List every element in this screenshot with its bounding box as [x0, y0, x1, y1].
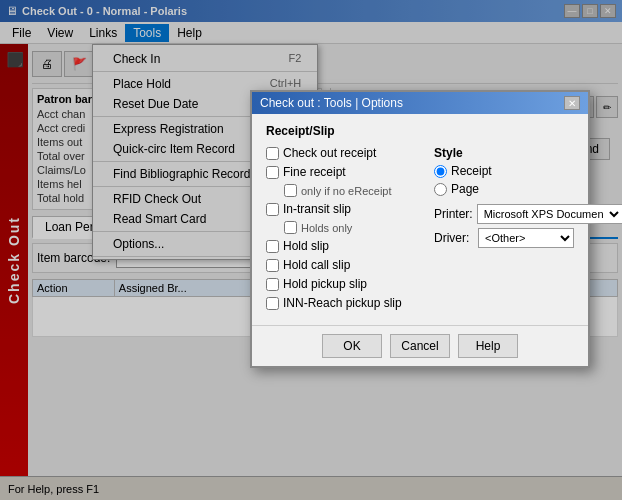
printer-field: Printer: Microsoft XPS Documen [434, 204, 574, 224]
radio-page: Page [434, 182, 574, 196]
modal-right-panel: Style Receipt Page Printer: [434, 146, 574, 315]
inn-reach-pickup-slip-label: INN-Reach pickup slip [283, 296, 402, 310]
modal-ok-button[interactable]: OK [322, 334, 382, 358]
modal-help-button[interactable]: Help [458, 334, 518, 358]
checkbox-inn-reach-slip: INN-Reach pickup slip [266, 296, 422, 310]
checkbox-only-no-ereceipt: only if no eReceipt [284, 184, 422, 197]
style-receipt-label: Receipt [451, 164, 492, 178]
style-page-radio[interactable] [434, 183, 447, 196]
printer-label: Printer: [434, 207, 473, 221]
fine-receipt-checkbox[interactable] [266, 166, 279, 179]
hold-call-slip-checkbox[interactable] [266, 259, 279, 272]
checkbox-hold-pickup-slip: Hold pickup slip [266, 277, 422, 291]
hold-pickup-slip-label: Hold pickup slip [283, 277, 367, 291]
checkbox-fine-receipt: Fine receipt [266, 165, 422, 179]
only-no-ereceipt-checkbox[interactable] [284, 184, 297, 197]
checkout-receipt-label: Check out receipt [283, 146, 376, 160]
driver-label: Driver: [434, 231, 474, 245]
only-no-ereceipt-label: only if no eReceipt [301, 185, 392, 197]
style-page-label: Page [451, 182, 479, 196]
modal-title: Check out : Tools | Options [260, 96, 403, 110]
printer-select[interactable]: Microsoft XPS Documen [477, 204, 622, 224]
modal-footer: OK Cancel Help [252, 325, 588, 366]
modal-body: Receipt/Slip Check out receipt Fine rece… [252, 114, 588, 325]
checkout-receipt-checkbox[interactable] [266, 147, 279, 160]
hold-slip-label: Hold slip [283, 239, 329, 253]
modal-section-title: Receipt/Slip [266, 124, 574, 138]
hold-slip-checkbox[interactable] [266, 240, 279, 253]
driver-select[interactable]: <Other> [478, 228, 574, 248]
style-receipt-radio[interactable] [434, 165, 447, 178]
fine-receipt-label: Fine receipt [283, 165, 346, 179]
style-title: Style [434, 146, 574, 160]
checkbox-hold-slip: Hold slip [266, 239, 422, 253]
radio-receipt: Receipt [434, 164, 574, 178]
checkbox-checkout-receipt: Check out receipt [266, 146, 422, 160]
holds-only-checkbox[interactable] [284, 221, 297, 234]
modal-close-button[interactable]: ✕ [564, 96, 580, 110]
style-section: Style Receipt Page [434, 146, 574, 196]
inn-reach-pickup-slip-checkbox[interactable] [266, 297, 279, 310]
hold-pickup-slip-checkbox[interactable] [266, 278, 279, 291]
in-transit-slip-checkbox[interactable] [266, 203, 279, 216]
holds-only-label: Holds only [301, 222, 352, 234]
modal-overlay: Check out : Tools | Options ✕ Receipt/Sl… [0, 0, 622, 500]
driver-field: Driver: <Other> [434, 228, 574, 248]
checkbox-in-transit-slip: In-transit slip [266, 202, 422, 216]
modal-checkboxes: Check out receipt Fine receipt only if n… [266, 146, 422, 315]
checkbox-holds-only: Holds only [284, 221, 422, 234]
modal-title-bar: Check out : Tools | Options ✕ [252, 92, 588, 114]
options-modal: Check out : Tools | Options ✕ Receipt/Sl… [250, 90, 590, 368]
hold-call-slip-label: Hold call slip [283, 258, 350, 272]
modal-cancel-button[interactable]: Cancel [390, 334, 450, 358]
checkbox-hold-call-slip: Hold call slip [266, 258, 422, 272]
in-transit-slip-label: In-transit slip [283, 202, 351, 216]
printer-row: Printer: Microsoft XPS Documen Driver: <… [434, 204, 574, 248]
